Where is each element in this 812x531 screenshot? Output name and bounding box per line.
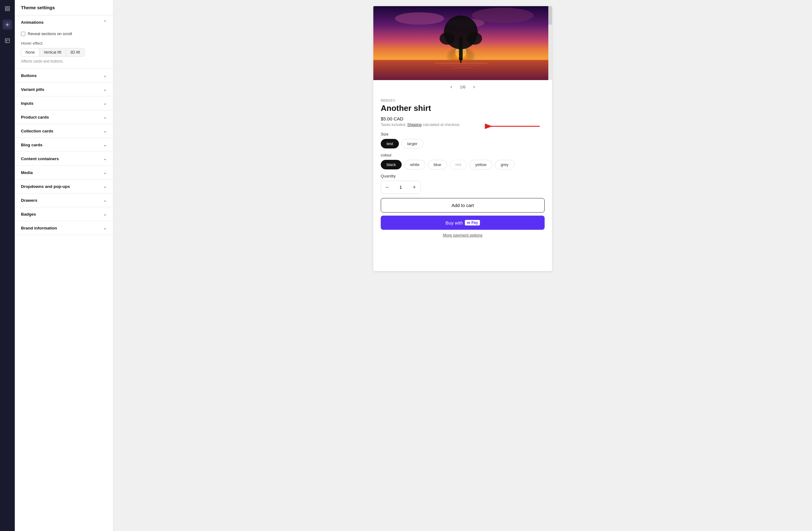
settings-body: Animations ⌃ Reveal sections on scroll H… (15, 15, 113, 531)
blog-cards-header[interactable]: Blog cards ⌄ (15, 138, 113, 151)
drawers-header[interactable]: Drawers ⌄ (15, 193, 113, 207)
product-preview: ‹ 1/6 › BBBDEV Another shirt $5.00 CAD T… (373, 6, 552, 271)
settings-title: Theme settings (15, 0, 113, 15)
content-containers-header[interactable]: Content containers ⌄ (15, 152, 113, 165)
section-collection-cards: Collection cards ⌄ (15, 124, 113, 138)
svg-point-9 (395, 12, 444, 25)
section-animations: Animations ⌃ Reveal sections on scroll H… (15, 15, 113, 69)
hover-hint: Affects cards and buttons. (21, 59, 107, 63)
product-cards-header[interactable]: Product cards ⌄ (15, 110, 113, 124)
image-nav: ‹ 1/6 › (373, 80, 552, 94)
section-brand-information: Brand information ⌄ (15, 221, 113, 235)
reveal-scroll-checkbox[interactable] (21, 32, 25, 36)
hover-vertical-btn[interactable]: Vertical lift (40, 48, 66, 56)
variant-pills-label: Variant pills (21, 87, 44, 92)
buttons-chevron: ⌄ (103, 73, 107, 78)
svg-rect-23 (460, 60, 462, 63)
collection-cards-label: Collection cards (21, 129, 53, 133)
svg-rect-0 (5, 6, 7, 8)
inputs-header[interactable]: Inputs ⌄ (15, 97, 113, 110)
variant-pills-chevron: ⌄ (103, 87, 107, 92)
hover-effect-group: None Vertical lift 3D lift (21, 48, 85, 57)
hover-none-btn[interactable]: None (21, 48, 40, 56)
dropdowns-popups-label: Dropdowns and pop-ups (21, 184, 70, 189)
image-next-btn[interactable]: › (470, 83, 478, 91)
settings-icon[interactable] (2, 20, 12, 30)
inputs-label: Inputs (21, 101, 33, 106)
quantity-increase-btn[interactable]: + (408, 181, 420, 193)
product-price: $5.00 CAD (381, 116, 545, 121)
animations-label: Animations (21, 20, 44, 25)
image-scrollbar[interactable] (548, 6, 552, 80)
hover-3d-btn[interactable]: 3D lift (66, 48, 84, 56)
colour-pills-row: black white blue red yellow grey (381, 160, 545, 169)
image-prev-btn[interactable]: ‹ (448, 83, 455, 91)
svg-point-21 (467, 32, 482, 45)
colour-pill-grey[interactable]: grey (495, 160, 514, 169)
size-pill-test[interactable]: test (381, 139, 399, 148)
section-drawers: Drawers ⌄ (15, 193, 113, 207)
media-header[interactable]: Media ⌄ (15, 166, 113, 179)
variant-pills-header[interactable]: Variant pills ⌄ (15, 83, 113, 96)
animations-chevron-up: ⌃ (103, 20, 107, 25)
svg-rect-2 (5, 9, 7, 11)
drawers-chevron: ⌄ (103, 198, 107, 203)
tax-text: Taxes included. (381, 122, 406, 127)
colour-label: colour (381, 153, 545, 158)
blog-cards-chevron: ⌄ (103, 142, 107, 147)
badges-label: Badges (21, 212, 36, 217)
buy-now-button[interactable]: Buy with ⏯ Pay (381, 216, 545, 230)
image-scrollbar-thumb (548, 6, 552, 25)
section-inputs: Inputs ⌄ (15, 97, 113, 110)
colour-pill-white[interactable]: white (404, 160, 425, 169)
badges-header[interactable]: Badges ⌄ (15, 207, 113, 221)
animations-content: Reveal sections on scroll Hover effect N… (15, 29, 113, 68)
product-info: BBBDEV Another shirt $5.00 CAD Taxes inc… (373, 94, 552, 242)
size-pill-larger[interactable]: larger (401, 139, 423, 148)
preview-area: ‹ 1/6 › BBBDEV Another shirt $5.00 CAD T… (113, 0, 812, 531)
shipping-suffix: calculated at checkout. (423, 122, 460, 127)
section-blog-cards: Blog cards ⌄ (15, 138, 113, 152)
brand-information-label: Brand information (21, 226, 57, 231)
product-title: Another shirt (381, 103, 545, 113)
colour-pill-blue[interactable]: blue (428, 160, 447, 169)
animations-header[interactable]: Animations ⌃ (15, 15, 113, 29)
product-image-area (373, 6, 552, 80)
add-to-cart-button[interactable]: Add to cart (381, 198, 545, 212)
product-brand: BBBDEV (381, 99, 545, 102)
section-dropdowns-popups: Dropdowns and pop-ups ⌄ (15, 180, 113, 193)
brand-information-header[interactable]: Brand information ⌄ (15, 221, 113, 235)
grid-icon[interactable] (2, 4, 12, 14)
content-containers-chevron: ⌄ (103, 156, 107, 161)
section-badges: Badges ⌄ (15, 207, 113, 221)
shipping-link[interactable]: Shipping (407, 122, 422, 127)
layout-icon[interactable] (2, 36, 12, 46)
colour-pill-yellow[interactable]: yellow (469, 160, 492, 169)
quantity-decrease-btn[interactable]: − (381, 181, 393, 193)
section-buttons: Buttons ⌄ (15, 69, 113, 83)
settings-panel: Theme settings Animations ⌃ Reveal secti… (15, 0, 113, 531)
dropdowns-popups-chevron: ⌄ (103, 184, 107, 189)
colour-pill-red[interactable]: red (449, 160, 467, 169)
brand-information-chevron: ⌄ (103, 225, 107, 231)
blog-cards-label: Blog cards (21, 143, 43, 147)
product-main-image (373, 6, 548, 80)
product-tax: Taxes included. Shipping calculated at c… (381, 122, 545, 127)
buy-now-text: Buy with (446, 220, 463, 225)
product-cards-label: Product cards (21, 115, 49, 119)
buttons-header[interactable]: Buttons ⌄ (15, 69, 113, 82)
more-options-link[interactable]: More payment options (381, 233, 545, 237)
section-variant-pills: Variant pills ⌄ (15, 83, 113, 97)
svg-point-20 (439, 32, 455, 45)
svg-rect-3 (8, 9, 10, 11)
colour-pill-black[interactable]: black (381, 160, 402, 169)
image-counter: 1/6 (460, 85, 465, 89)
reveal-scroll-row: Reveal sections on scroll (21, 31, 107, 36)
size-label: Size (381, 132, 545, 136)
size-pills-row: test larger (381, 139, 545, 148)
icon-bar (0, 0, 15, 531)
quantity-label: Quantity (381, 174, 545, 178)
dropdowns-popups-header[interactable]: Dropdowns and pop-ups ⌄ (15, 180, 113, 193)
collection-cards-header[interactable]: Collection cards ⌄ (15, 124, 113, 138)
section-product-cards: Product cards ⌄ (15, 110, 113, 124)
